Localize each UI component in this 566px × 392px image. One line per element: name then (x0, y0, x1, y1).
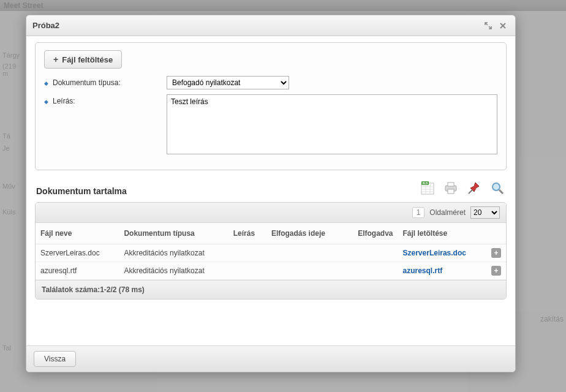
col-desc[interactable]: Leírás (228, 223, 266, 244)
modal-title-text: Próba2 (32, 21, 59, 30)
cell-filename: SzerverLeiras.doc (36, 244, 119, 262)
svg-rect-9 (448, 183, 454, 186)
expand-row-button[interactable]: + (491, 266, 501, 276)
grid-pager: 1 Oldalméret 20 (36, 203, 506, 223)
plus-icon: + (53, 55, 58, 64)
data-table: Fájl neve Dokumentum típusa Leírás Elfog… (36, 223, 506, 280)
modal-dialog: Próba2 + Fájl feltöltése ◆ Dokumentum tí… (26, 15, 516, 372)
table-row: azuresql.rtf Akkreditációs nyilatkozat a… (36, 262, 506, 280)
page-size-select[interactable]: 20 (470, 206, 500, 219)
diamond-icon: ◆ (44, 80, 49, 85)
svg-text:XLS: XLS (423, 182, 428, 185)
maximize-icon[interactable] (482, 20, 494, 32)
upload-button-label: Fájl feltöltése (62, 55, 113, 64)
form-row-doc-type: ◆ Dokumentum típusa: Befogadó nyilatkoza… (44, 76, 497, 89)
doc-type-select[interactable]: Befogadó nyilatkozat (167, 76, 289, 89)
cell-desc (228, 244, 266, 262)
modal-footer: Vissza (26, 345, 515, 372)
doc-type-label: Dokumentum típusa: (53, 78, 121, 87)
svg-point-12 (492, 183, 500, 190)
close-icon[interactable] (497, 20, 509, 32)
cell-accepted (344, 244, 398, 262)
cell-accepted-at (266, 262, 344, 280)
col-filename[interactable]: Fájl neve (36, 223, 119, 244)
back-button[interactable]: Vissza (34, 351, 76, 367)
download-link[interactable]: azuresql.rtf (403, 266, 443, 275)
page-size-label: Oldalméret (429, 208, 466, 217)
table-header-row: Fájl neve Dokumentum típusa Leírás Elfog… (36, 223, 506, 244)
table-row: SzerverLeiras.doc Akkreditációs nyilatko… (36, 244, 506, 262)
cell-filename: azuresql.rtf (36, 262, 119, 280)
expand-row-button[interactable]: + (491, 248, 501, 258)
description-label: Leírás: (53, 97, 75, 105)
cell-accepted (344, 262, 398, 280)
action-icon-bar: XLS (420, 180, 505, 196)
grid-result-count: Találatok száma:1-2/2 (78 ms) (36, 280, 506, 299)
description-textarea[interactable] (167, 94, 497, 154)
form-panel: + Fájl feltöltése ◆ Dokumentum típusa: B… (35, 42, 507, 170)
cell-doc-type: Akkreditációs nyilatkozat (119, 244, 228, 262)
cell-doc-type: Akkreditációs nyilatkozat (119, 262, 228, 280)
search-icon[interactable] (489, 180, 505, 196)
col-download[interactable]: Fájl letöltése (398, 223, 486, 244)
pin-icon[interactable] (466, 180, 482, 196)
cell-accepted-at (266, 244, 344, 262)
export-xls-icon[interactable]: XLS (420, 180, 436, 196)
modal-body: + Fájl feltöltése ◆ Dokumentum típusa: B… (26, 36, 515, 345)
col-doc-type[interactable]: Dokumentum típusa (119, 223, 228, 244)
col-accepted-at[interactable]: Elfogadás ideje (266, 223, 344, 244)
svg-line-11 (469, 190, 472, 194)
col-accepted[interactable]: Elfogadva (344, 223, 398, 244)
upload-file-button[interactable]: + Fájl feltöltése (44, 50, 122, 69)
page-number[interactable]: 1 (412, 207, 425, 218)
svg-line-13 (499, 190, 503, 194)
section-header-row: Dokumentum tartalma XLS (35, 180, 507, 196)
form-row-description: ◆ Leírás: (44, 94, 497, 156)
svg-rect-10 (448, 189, 454, 194)
back-button-label: Vissza (44, 355, 66, 363)
download-link[interactable]: SzerverLeiras.doc (403, 249, 466, 257)
diamond-icon: ◆ (44, 99, 49, 104)
print-icon[interactable] (443, 180, 459, 196)
grid-panel: 1 Oldalméret 20 Fájl neve Dokumentum típ… (35, 202, 507, 300)
section-title: Dokumentum tartalma (36, 186, 127, 196)
modal-titlebar: Próba2 (26, 15, 515, 36)
cell-desc (228, 262, 266, 280)
